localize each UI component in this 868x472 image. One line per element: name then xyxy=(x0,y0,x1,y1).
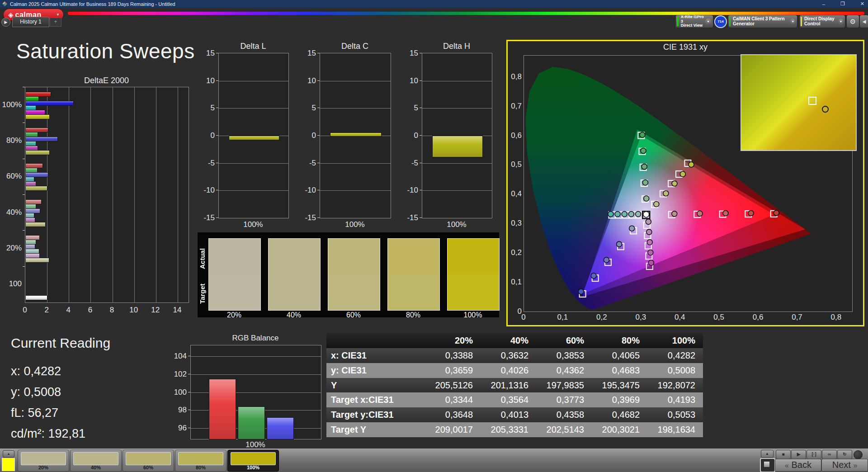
actual-target-swatch-panel: ActualTarget20%40%60%80%100% xyxy=(198,232,499,317)
delta-axis-tick xyxy=(216,163,218,163)
delta-l-chart xyxy=(218,53,289,218)
gear-icon[interactable]: ⚙ xyxy=(846,15,859,28)
delta-y-tick: -10 xyxy=(299,186,316,195)
collapse-panel-icon[interactable]: ◀ xyxy=(859,15,868,28)
table-row-label: Target y:CIE31 xyxy=(326,407,424,422)
color-swatch xyxy=(208,238,261,311)
table-cell: 0,3632 xyxy=(479,348,535,363)
delta-axis-tick xyxy=(317,135,320,136)
delta-y-tick: 15 xyxy=(299,49,316,58)
table-row: x: CIE310,33880,36320,38530,40650,4282 xyxy=(326,348,703,363)
rgb-balance-chart xyxy=(190,345,321,439)
meter-dropdown[interactable]: X-Rite i1Pro 3 Direct View ▼ xyxy=(675,15,713,28)
deltae-x-tick: 6 xyxy=(88,306,92,315)
table-cell: 205,5126 xyxy=(424,378,479,393)
back-button[interactable]: « Back xyxy=(775,459,821,472)
back-label: Back xyxy=(792,460,811,470)
transport-single-icon[interactable]: [·] xyxy=(807,450,821,459)
table-row: y: CIE310,36590,40260,43620,46830,5008 xyxy=(326,363,703,378)
delta-l-title: Delta L xyxy=(218,42,288,51)
cie-y-tick: 0,8 xyxy=(508,72,522,81)
transport-stop-icon[interactable]: ■ xyxy=(776,450,791,459)
swatch-actual xyxy=(269,239,320,274)
patch-button-label: 60% xyxy=(123,465,174,470)
next-chevron-icon: » xyxy=(853,462,857,469)
cie-measured-red xyxy=(774,210,779,216)
patch-button-label: 80% xyxy=(175,465,226,470)
transport-continuous-icon[interactable]: ∞ xyxy=(822,450,837,459)
cie-chart-title: CIE 1931 xy xyxy=(506,42,864,52)
delta-x-label: 100% xyxy=(447,220,466,229)
transport-refresh-icon[interactable]: ↻ xyxy=(837,450,852,459)
swatch-label: 40% xyxy=(268,311,320,319)
tab-history-1[interactable]: History 1 xyxy=(12,17,49,27)
patch-button-40%[interactable]: 40% xyxy=(70,450,122,472)
add-tab-button[interactable]: + xyxy=(50,18,61,27)
delta-gridline xyxy=(422,163,492,164)
delta-axis-tick xyxy=(420,217,422,218)
delta-gridline xyxy=(422,81,492,81)
patch-button-100%[interactable]: 100% xyxy=(227,450,279,472)
rgb-y-tick: 102 xyxy=(170,370,187,379)
rgb-gridline xyxy=(191,374,321,375)
table-row-label: Target Y xyxy=(326,422,424,437)
deltae-gridline xyxy=(134,87,135,302)
deltae-bar xyxy=(25,150,50,155)
pattern-generator-dropdown[interactable]: CalMAN Client 3 Pattern Generator ▼ xyxy=(728,15,797,28)
next-button[interactable]: Next » xyxy=(821,459,868,472)
deltae-group-label: 40% xyxy=(0,208,22,217)
patch-button-swatch xyxy=(126,452,171,465)
cie-x-tick: 0,1 xyxy=(557,313,568,322)
table-row: Target y:CIE310,36480,40130,43580,46820,… xyxy=(326,407,703,422)
table-cell: 0,3969 xyxy=(590,392,646,407)
delta-y-tick: 10 xyxy=(299,76,316,85)
swatch-target xyxy=(209,274,260,310)
delta-axis-tick xyxy=(420,53,422,53)
patch-button-label: 20% xyxy=(18,465,69,470)
current-reading-cdm2: cd/m²: 192,81 xyxy=(11,427,85,441)
patch-up-arrow-icon[interactable]: ▲ xyxy=(3,450,14,458)
delta-y-tick: 0 xyxy=(198,131,215,140)
transport-play-icon[interactable]: ▶ xyxy=(791,450,806,459)
patch-button-20%[interactable]: 20% xyxy=(18,450,69,472)
measure-up-arrow-icon[interactable]: ▲ xyxy=(761,450,774,458)
patch-button-80%[interactable]: 80% xyxy=(175,450,226,472)
cie-x-tick: 0,4 xyxy=(675,313,685,322)
delta-y-tick: 15 xyxy=(198,49,215,58)
app-icon xyxy=(2,1,7,6)
swatch-target xyxy=(448,274,499,310)
measure-stop-button[interactable] xyxy=(760,458,775,472)
chevron-down-icon: ▼ xyxy=(56,13,60,17)
table-cell: 0,3564 xyxy=(479,392,535,407)
table-cell: 0,4683 xyxy=(590,363,646,378)
minimize-button[interactable]: – xyxy=(822,1,825,7)
delta-y-tick: -5 xyxy=(299,159,316,168)
current-patch-swatch xyxy=(2,458,15,471)
table-cell: 0,4026 xyxy=(479,363,535,378)
table-cell: 0,4682 xyxy=(590,407,646,422)
deltae-bar xyxy=(25,114,50,119)
cie-whitepoint-measured xyxy=(643,212,649,217)
deltae-x-tick: 8 xyxy=(110,306,114,315)
patch-button-60%[interactable]: 60% xyxy=(123,450,174,472)
deltae-x-tick: 4 xyxy=(66,306,71,315)
close-button[interactable]: ✕ xyxy=(860,1,864,7)
table-header-row: 20%40%60%80%100% xyxy=(326,333,703,348)
rgb-y-tick: 98 xyxy=(170,406,187,415)
table-cell: 0,4358 xyxy=(535,407,590,422)
panel-expand-button[interactable]: ▶ xyxy=(1,18,10,27)
cie-y-tick: 0,5 xyxy=(508,160,522,169)
table-cell: 200,3021 xyxy=(590,422,646,437)
display-control-dropdown[interactable]: Direct Display Control ▼ xyxy=(799,15,845,28)
cie-measured-green xyxy=(641,148,646,153)
restore-button[interactable]: ❐ xyxy=(840,1,845,7)
rgb-bar-green xyxy=(238,406,265,439)
delta-y-tick: -10 xyxy=(401,186,418,195)
swatch-target xyxy=(388,274,439,310)
cie-measured-blue xyxy=(604,257,609,263)
deltae-bar xyxy=(25,222,46,227)
delta-y-tick: 5 xyxy=(401,104,418,113)
delta-y-tick: -5 xyxy=(198,159,215,168)
inset-target-marker xyxy=(808,97,816,105)
inset-measured-marker xyxy=(822,106,829,113)
